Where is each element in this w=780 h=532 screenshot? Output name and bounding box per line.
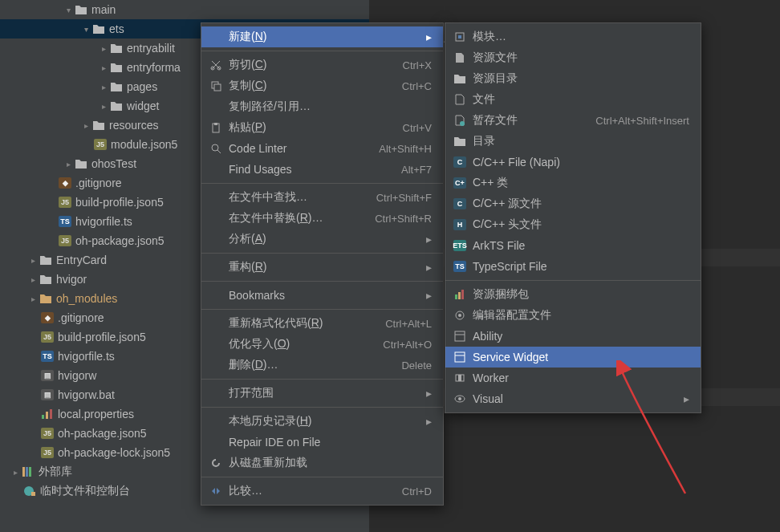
tree-label: oh-package-lock.json5 bbox=[58, 446, 170, 459]
submenu-directory[interactable]: 目录 bbox=[445, 131, 701, 152]
menu-label: Repair IDE on File bbox=[229, 436, 432, 449]
menu-separator bbox=[201, 379, 443, 380]
menu-label: 删除(D)… bbox=[229, 358, 401, 372]
menu-shortcut: Delete bbox=[401, 359, 432, 372]
submenu-cpp-source[interactable]: C C/C++ 源文件 bbox=[445, 193, 701, 214]
menu-label: 重构(R) bbox=[229, 260, 422, 274]
submenu-arrow-icon: ▸ bbox=[680, 392, 689, 405]
menu-shortcut: Ctrl+X bbox=[403, 59, 432, 71]
tree-label: ets bbox=[109, 22, 124, 35]
submenu-service-widget[interactable]: Service Widget bbox=[445, 347, 701, 368]
library-icon bbox=[21, 465, 35, 479]
menu-copy-path[interactable]: 复制路径/引用… bbox=[201, 96, 443, 117]
menu-find-in-files[interactable]: 在文件中查找… Ctrl+Shift+F bbox=[201, 187, 443, 208]
menu-repair-ide[interactable]: Repair IDE on File bbox=[201, 432, 443, 453]
menu-separator bbox=[201, 51, 443, 51]
menu-label: C/C++ 源文件 bbox=[473, 197, 689, 211]
menu-find-usages[interactable]: Find Usages Alt+F7 bbox=[201, 159, 443, 180]
svg-rect-21 bbox=[461, 290, 464, 299]
submenu-ability[interactable]: Ability bbox=[445, 326, 701, 347]
menu-replace-in-files[interactable]: 在文件中替换(R)… Ctrl+Shift+R bbox=[201, 208, 443, 229]
chevron-right-icon: ▸ bbox=[27, 254, 39, 266]
tree-label: build-profile.json5 bbox=[75, 196, 164, 209]
menu-reload-from-disk[interactable]: 从磁盘重新加载 bbox=[201, 453, 443, 473]
menu-code-linter[interactable]: Code Linter Alt+Shift+H bbox=[201, 138, 443, 159]
folder-icon bbox=[74, 156, 88, 171]
context-menu[interactable]: 新建(N) ▸ 剪切(C) Ctrl+X 复制(C) Ctrl+C 复制路径/引… bbox=[201, 22, 444, 506]
tree-label: oh_modules bbox=[56, 292, 117, 305]
blank-icon bbox=[208, 386, 224, 400]
submenu-cpp-header[interactable]: H C/C++ 头文件 bbox=[445, 214, 701, 235]
menu-label: 剪切(C) bbox=[229, 58, 403, 72]
menu-label: 复制(C) bbox=[229, 79, 402, 93]
submenu-module[interactable]: 模块… bbox=[445, 26, 701, 47]
submenu-resource-dir[interactable]: 资源目录 bbox=[445, 68, 701, 89]
menu-delete[interactable]: 删除(D)… Delete bbox=[201, 355, 443, 376]
chevron-right-icon: ▸ bbox=[27, 274, 39, 285]
svg-rect-7 bbox=[31, 492, 35, 496]
tree-label: 临时文件和控制台 bbox=[40, 484, 130, 498]
submenu-scratch-file[interactable]: 暂存文件 Ctrl+Alt+Shift+Insert bbox=[445, 110, 701, 131]
submenu-resource-file[interactable]: 资源文件 bbox=[445, 47, 701, 68]
tree-label: .gitignore bbox=[75, 177, 122, 189]
blank-icon bbox=[208, 30, 224, 44]
submenu-worker[interactable]: Worker bbox=[445, 368, 701, 388]
menu-local-history[interactable]: 本地历史记录(H) ▸ bbox=[201, 411, 443, 432]
folder-icon bbox=[74, 2, 88, 17]
menu-bookmarks[interactable]: Bookmarks ▸ bbox=[201, 285, 443, 306]
submenu-editorconfig[interactable]: 编辑器配置文件 bbox=[445, 305, 701, 326]
submenu-arkts-file[interactable]: ETS ArkTS File bbox=[445, 235, 701, 256]
menu-label: 粘贴(P) bbox=[229, 120, 403, 135]
svg-rect-13 bbox=[214, 123, 217, 125]
submenu-typescript-file[interactable]: TS TypeScript File bbox=[445, 256, 701, 277]
menu-analyze[interactable]: 分析(A) ▸ bbox=[201, 229, 443, 250]
menu-refactor[interactable]: 重构(R) ▸ bbox=[201, 257, 443, 278]
module-icon bbox=[452, 30, 468, 44]
scratch-file-icon bbox=[452, 113, 468, 128]
menu-label: 资源捆绑包 bbox=[473, 287, 689, 302]
tree-label: oh-package.json5 bbox=[58, 427, 147, 440]
tree-label: widget bbox=[127, 99, 159, 112]
menu-copy[interactable]: 复制(C) Ctrl+C bbox=[201, 75, 443, 96]
svg-rect-26 bbox=[455, 352, 465, 362]
menu-cut[interactable]: 剪切(C) Ctrl+X bbox=[201, 55, 443, 75]
svg-rect-1 bbox=[46, 412, 48, 419]
tree-item-main[interactable]: ▾ main bbox=[0, 0, 369, 19]
gear-icon bbox=[452, 308, 468, 323]
blank-icon bbox=[208, 99, 224, 114]
eye-icon bbox=[452, 392, 468, 406]
menu-label: 在文件中替换(R)… bbox=[229, 211, 375, 225]
menu-shortcut: Ctrl+Alt+O bbox=[383, 339, 432, 351]
menu-new[interactable]: 新建(N) ▸ bbox=[201, 26, 443, 47]
blank-icon bbox=[208, 162, 224, 177]
submenu-cpp-class[interactable]: C+ C++ 类 bbox=[445, 173, 701, 193]
submenu-arrow-icon: ▸ bbox=[422, 261, 432, 274]
submenu-visual[interactable]: Visual ▸ bbox=[445, 388, 701, 409]
chevron-down-icon: ▾ bbox=[80, 23, 91, 35]
submenu-cpp-napi[interactable]: C C/C++ File (Napi) bbox=[445, 152, 701, 173]
submenu-arrow-icon: ▸ bbox=[422, 387, 432, 400]
menu-compare[interactable]: 比较… Ctrl+D bbox=[201, 481, 443, 502]
menu-open-in[interactable]: 打开范围 ▸ bbox=[201, 383, 443, 404]
json-file-icon: J5 bbox=[40, 426, 55, 441]
blank-icon bbox=[208, 337, 224, 351]
new-submenu[interactable]: 模块… 资源文件 资源目录 文件 暂存文件 Ctrl+Alt+Shift+Ins… bbox=[445, 22, 701, 413]
folder-icon bbox=[452, 71, 468, 86]
folder-icon bbox=[109, 79, 124, 94]
menu-optimize-imports[interactable]: 优化导入(O) Ctrl+Alt+O bbox=[201, 334, 443, 355]
menu-shortcut: Ctrl+C bbox=[402, 80, 432, 92]
submenu-file[interactable]: 文件 bbox=[445, 89, 701, 110]
menu-label: Find Usages bbox=[229, 163, 401, 176]
svg-line-15 bbox=[217, 150, 221, 153]
submenu-resource-bundle[interactable]: 资源捆绑包 bbox=[445, 284, 701, 305]
svg-rect-19 bbox=[455, 294, 457, 299]
svg-rect-29 bbox=[458, 375, 461, 381]
tree-label: EntryCard bbox=[56, 254, 107, 266]
menu-reformat[interactable]: 重新格式化代码(R) Ctrl+Alt+L bbox=[201, 313, 443, 334]
menu-paste[interactable]: 粘贴(P) Ctrl+V bbox=[201, 117, 443, 138]
menu-shortcut: Alt+F7 bbox=[401, 164, 432, 176]
tree-label: entryforma bbox=[127, 61, 181, 74]
git-file-icon: ◆ bbox=[58, 176, 72, 190]
svg-rect-0 bbox=[42, 415, 44, 419]
git-file-icon: ◆ bbox=[40, 311, 55, 325]
